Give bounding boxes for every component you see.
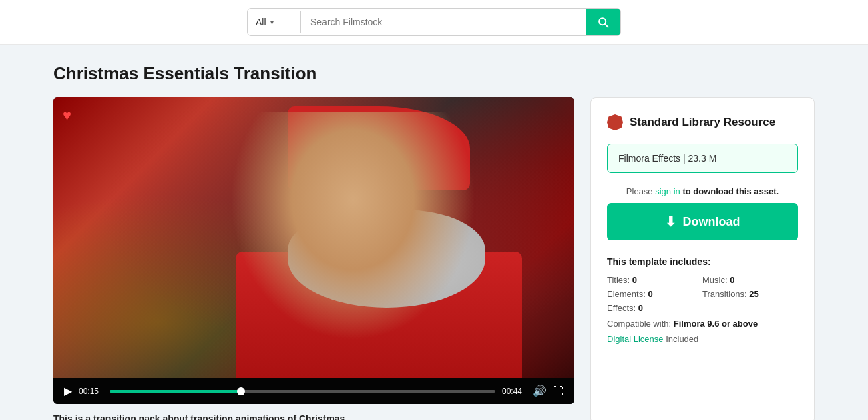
content-area: ♥ ▶ 00:15 00:44 🔊 ⛶ This is a transition… xyxy=(53,97,815,420)
file-info-box: Filmora Effects | 23.3 M xyxy=(607,144,798,173)
shield-icon xyxy=(607,114,623,130)
compatible-text: Compatible with: Filmora 9.6 or above xyxy=(607,319,798,329)
video-section: ♥ ▶ 00:15 00:44 🔊 ⛶ This is a transition… xyxy=(53,97,574,420)
volume-icon[interactable]: 🔊 xyxy=(533,385,546,397)
video-wrapper: ♥ ▶ 00:15 00:44 🔊 ⛶ xyxy=(53,97,574,404)
video-controls: ▶ 00:15 00:44 🔊 ⛶ xyxy=(53,378,574,404)
template-includes-label: This template includes: xyxy=(607,256,798,267)
template-item-elements: Elements: 0 xyxy=(607,289,702,299)
template-item-transitions: Transitions: 25 xyxy=(702,289,798,299)
download-button[interactable]: ⬇ Download xyxy=(607,203,798,240)
sign-in-notice-post: to download this asset. xyxy=(680,186,779,196)
search-button[interactable] xyxy=(586,9,620,35)
file-info-text: Filmora Effects | 23.3 M xyxy=(618,153,716,164)
current-time: 00:15 xyxy=(79,387,103,396)
sign-in-notice: Please sign in to download this asset. xyxy=(607,186,798,196)
search-container: All ▾ xyxy=(247,8,621,36)
play-button[interactable]: ▶ xyxy=(64,385,72,397)
favorite-icon[interactable]: ♥ xyxy=(63,107,71,124)
category-label: All xyxy=(256,17,266,27)
progress-fill xyxy=(110,390,241,393)
compatible-value: Filmora 9.6 or above xyxy=(674,319,758,329)
main-content: Christmas Essentials Transition ♥ ▶ 00:1… xyxy=(0,45,868,420)
progress-bar[interactable] xyxy=(110,390,495,393)
total-time: 00:44 xyxy=(502,387,526,396)
license-link[interactable]: Digital License xyxy=(607,334,664,344)
search-icon xyxy=(596,15,610,29)
video-description: This is a transition pack about transiti… xyxy=(53,413,574,420)
category-dropdown[interactable]: All ▾ xyxy=(248,11,301,33)
license-row: Digital License Included xyxy=(607,334,798,344)
template-grid: Titles: 0 Music: 0 Elements: 0 Transitio… xyxy=(607,275,798,313)
download-icon: ⬇ xyxy=(665,214,676,230)
sign-in-notice-pre: Please xyxy=(626,186,655,196)
santa-figure xyxy=(210,112,496,364)
template-item-titles: Titles: 0 xyxy=(607,275,702,285)
template-item-effects: Effects: 0 xyxy=(607,303,702,313)
video-thumbnail: ♥ xyxy=(53,97,574,378)
fullscreen-icon[interactable]: ⛶ xyxy=(553,385,564,397)
sign-in-link[interactable]: sign in xyxy=(655,186,680,196)
search-input[interactable] xyxy=(301,11,586,33)
compatible-pre: Compatible with: xyxy=(607,319,674,329)
header: All ▾ xyxy=(0,0,868,45)
chevron-down-icon: ▾ xyxy=(270,19,274,26)
resource-header: Standard Library Resource xyxy=(607,114,798,130)
right-panel: Standard Library Resource Filmora Effect… xyxy=(590,97,815,420)
page-title: Christmas Essentials Transition xyxy=(53,63,815,84)
progress-handle[interactable] xyxy=(237,387,245,395)
template-item-music: Music: 0 xyxy=(702,275,798,285)
download-label: Download xyxy=(683,215,740,229)
resource-title: Standard Library Resource xyxy=(630,116,775,129)
license-suffix: Included xyxy=(664,334,699,344)
